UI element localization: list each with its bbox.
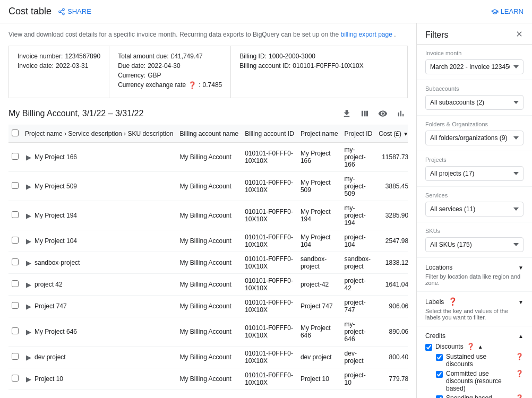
chart-icon [396,109,406,118]
row-cost: 2547.98 [375,230,408,252]
row-billing-account-name: My Billing Account [176,274,242,296]
row-checkbox-cell [8,143,22,172]
invoice-number-row: Invoice number: 1234567890 [18,53,100,60]
visibility-button[interactable] [376,107,390,120]
locations-filter: Locations Filter by location data like r… [417,258,532,292]
table-row: ▶ My Project 104 My Billing Account 0101… [8,230,408,252]
billing-export-link[interactable]: billing export page [340,31,392,38]
committed-row: Committed use discounts (resource based)… [436,370,524,392]
row-billing-account-id: 010101-F0FFF0-10X10X [242,317,297,347]
billing-id-row: Billing ID: 1000-2000-3000 [239,53,363,60]
expand-button[interactable]: ▶ [25,212,32,220]
expand-button[interactable]: ▶ [25,153,32,161]
columns-button[interactable] [358,107,372,120]
row-checkbox-cell [8,172,22,201]
subaccounts-select[interactable]: All subaccounts (2) [425,95,524,110]
locations-header[interactable]: Locations [425,263,524,271]
expand-button[interactable]: ▶ [25,281,32,289]
sustained-label: Sustained use discounts [446,353,512,368]
expand-button[interactable]: ▶ [25,328,32,336]
row-checkbox[interactable] [12,258,19,265]
folders-select[interactable]: All folders/organizations (9) [425,131,524,145]
data-table: Project name › Service description › SKU… [8,125,408,390]
row-project-name-2: My Project 104 [297,230,341,252]
table-actions [340,107,408,120]
expand-button[interactable]: ▶ [25,375,32,383]
row-project-name-2: My Project 646 [297,317,341,347]
invoice-month-filter: Invoice month March 2022 - Invoice 12345… [417,45,532,80]
row-project-id: my-project-166 [341,143,376,172]
services-select[interactable]: All services (11) [425,202,524,217]
row-checkbox[interactable] [12,237,19,244]
labels-header[interactable]: Labels ❓ [425,297,524,306]
prev-page-button[interactable] [376,394,390,398]
sustained-checkbox[interactable] [436,354,443,361]
row-project-name: ▶ My Project 509 [22,172,176,201]
chart-button[interactable] [394,107,408,120]
row-checkbox[interactable] [12,182,19,189]
invoice-section-left: Invoice number: 1234567890 Invoice date:… [9,46,109,98]
projects-select[interactable]: All projects (17) [425,166,524,181]
credits-title: Credits [425,332,445,340]
sustained-row: Sustained use discounts ❓ [436,353,524,368]
visibility-icon [378,109,388,118]
expand-button[interactable]: ▶ [25,302,32,310]
projects-label: Projects [425,157,524,163]
row-billing-account-name: My Billing Account [176,201,242,230]
row-billing-account-name: My Billing Account [176,230,242,252]
main-layout: View and download cost details for a spe… [0,23,532,398]
row-cost: 3885.45 [375,172,408,201]
skus-label: SKUs [425,228,524,234]
sidebar: Filters Invoice month March 2022 - Invoi… [416,23,532,398]
row-checkbox[interactable] [12,280,19,287]
expand-button[interactable]: ▶ [25,237,32,245]
spending-checkbox[interactable] [436,395,443,398]
row-billing-account-id: 010101-F0FFF0-10X10X [242,172,297,201]
col-project-name-2: Project name [297,125,341,143]
row-checkbox[interactable] [12,211,19,218]
table-row: ▶ My Project 166 My Billing Account 0101… [8,143,408,172]
invoice-month-select[interactable]: March 2022 - Invoice 1234567890 [425,59,524,74]
row-billing-account-id: 010101-F0FFF0-10X10X [242,201,297,230]
select-all-checkbox[interactable] [12,129,19,136]
row-checkbox-cell [8,347,22,368]
share-button[interactable]: SHARE [58,7,91,15]
discounts-checkbox[interactable] [425,344,432,351]
expand-button[interactable]: ▶ [25,353,32,361]
expand-button[interactable]: ▶ [25,259,32,267]
next-page-button[interactable] [392,394,406,398]
discounts-sub: Sustained use discounts ❓ Committed use … [425,353,524,398]
discounts-label: Discounts [435,343,464,350]
select-all-header [8,125,22,143]
row-cost: 11587.73 [375,143,408,172]
sustained-help-icon: ❓ [516,353,524,360]
sidebar-collapse-button[interactable] [515,30,524,40]
sort-desc-icon: ▼ [403,131,408,137]
row-billing-account-name: My Billing Account [176,172,242,201]
row-billing-account-name: My Billing Account [176,347,242,368]
col-billing-account-name: Billing account name [176,125,242,143]
committed-checkbox[interactable] [436,371,443,378]
committed-help-icon: ❓ [516,370,524,377]
columns-icon [360,109,370,118]
locations-chevron [518,263,524,271]
invoice-section-middle: Total amount due: £41,749.47 Due date: 2… [109,46,231,98]
row-project-id: sandbox-project [341,252,376,274]
row-billing-account-id: 010101-F0FFF0-10X10X [242,230,297,252]
expand-button[interactable]: ▶ [25,183,32,191]
invoice-due-row: Due date: 2022-04-30 [118,62,222,70]
row-checkbox[interactable] [12,327,19,334]
info-text: View and download cost details for a spe… [8,30,408,39]
row-checkbox[interactable] [12,375,19,382]
download-button[interactable] [340,107,354,120]
skus-select[interactable]: All SKUs (175) [425,237,524,252]
credits-header[interactable]: Credits [425,332,524,340]
row-project-name-2: sandbox-project [297,252,341,274]
billing-account-id-row: Billing account ID: 010101-F0FFF0-10X10X [239,62,363,70]
row-checkbox[interactable] [12,353,19,360]
row-checkbox[interactable] [12,153,19,160]
row-project-name-2: My Project 194 [297,201,341,230]
learn-button[interactable]: LEARN [491,7,524,15]
row-checkbox[interactable] [12,302,19,309]
row-checkbox-cell [8,230,22,252]
